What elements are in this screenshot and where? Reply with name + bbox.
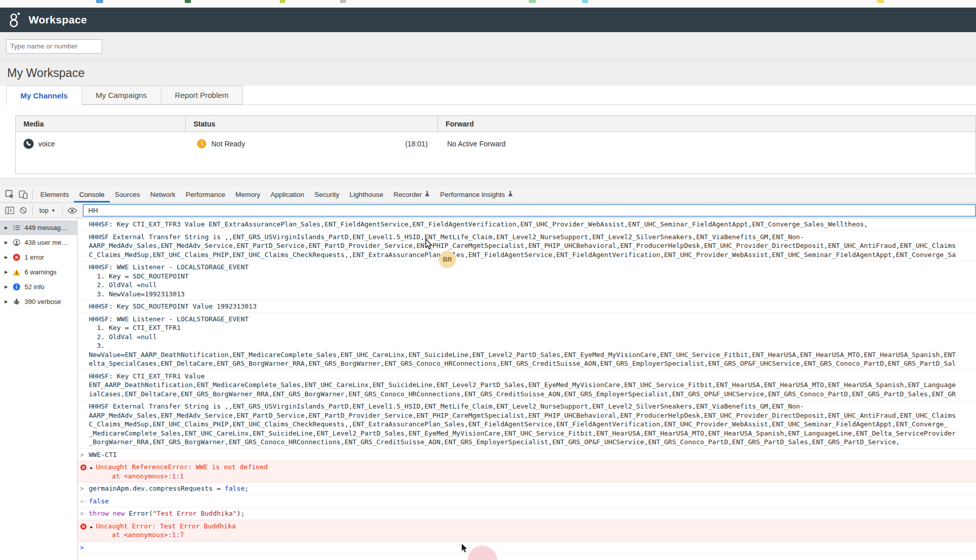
expand-triangle-icon[interactable]: ▶ xyxy=(90,464,93,473)
console-line: HHHSF External Transfer String is ,,ENT_… xyxy=(89,233,974,242)
devtools-tab-elements[interactable]: Elements xyxy=(35,186,74,202)
clear-console-icon[interactable] xyxy=(16,204,30,217)
devtools-tab-console[interactable]: Console xyxy=(74,186,110,202)
devtools-tab-application[interactable]: Application xyxy=(265,186,309,202)
console-sidebar: ▶449 messag…▶438 user me…▶1 error▶6 warn… xyxy=(0,218,78,559)
devtools-tabs: ElementsConsoleSourcesNetworkPerformance… xyxy=(35,186,518,202)
disclosure-triangle-icon[interactable]: ▶ xyxy=(5,225,9,230)
devtools-tab-sources[interactable]: Sources xyxy=(110,186,145,202)
console-message-log: HHHSF: WWE Listener - LOCALSTORAGE_EVENT… xyxy=(78,313,976,370)
experiment-flask-icon xyxy=(424,190,430,198)
page-title: My Workspace xyxy=(7,66,85,80)
console-row-gutter: ▶ xyxy=(80,463,93,473)
console-line: HHHSF External Transfer String is ,,ENT_… xyxy=(89,402,974,411)
tab-report-problem[interactable]: Report Problem xyxy=(161,86,243,105)
console-line: 2. OldVal =null xyxy=(89,333,974,342)
command-chevron-icon: > xyxy=(80,451,84,460)
mouse-cursor-secondary xyxy=(461,543,469,554)
page-title-row: My Workspace xyxy=(0,61,976,86)
column-header-forward: Forward xyxy=(438,116,975,132)
console-message-log: HHHSF: Key SDC_ROUTEPOINT Value 19923130… xyxy=(78,300,976,313)
status-label: Not Ready xyxy=(211,140,245,148)
devtools-tab-label: Memory xyxy=(235,191,260,198)
collaborator-avatar: BR xyxy=(439,251,456,268)
console-message-error[interactable]: ▶Uncaught Error: Test Error Buddhika at … xyxy=(78,520,976,542)
chevron-down-icon: ▼ xyxy=(51,208,56,213)
devtools-tab-security[interactable]: Security xyxy=(309,186,345,202)
expand-triangle-icon[interactable]: ▶ xyxy=(90,523,93,532)
devtools-tab-label: Performance xyxy=(186,191,225,198)
experiment-flask-icon xyxy=(507,190,513,198)
console-line: 3. NewValue=1992313013 xyxy=(89,290,974,299)
browser-tab-fragment xyxy=(185,0,191,3)
channel-row-voice[interactable]: voice Not Ready (18:01) No Active Forwar… xyxy=(16,132,975,156)
console-line: elta_SpecialCases,ENT_DeltaCare,ENT_GRS_… xyxy=(89,359,974,368)
browser-tab-fragment xyxy=(96,0,103,3)
console-filter-6-warnings[interactable]: ▶6 warnings xyxy=(0,265,77,279)
inspect-element-icon[interactable] xyxy=(3,188,16,201)
mouse-cursor xyxy=(425,239,433,250)
devtools-tabbar: ElementsConsoleSourcesNetworkPerformance… xyxy=(0,186,976,203)
console-filter-390-verbose[interactable]: ▶390 verbose xyxy=(0,294,77,309)
devtools-tab-network[interactable]: Network xyxy=(145,186,181,202)
console-message-log: HHHSF: Key CTI_EXT_TFR1 ValueENT_AARP_De… xyxy=(78,370,976,401)
disclosure-triangle-icon[interactable]: ▶ xyxy=(5,270,9,274)
disclosure-triangle-icon[interactable]: ▶ xyxy=(5,255,9,260)
console-line: AARP_MedAdv_Sales,ENT_MedAdv_Service,ENT… xyxy=(89,241,974,250)
search-input[interactable] xyxy=(7,42,104,50)
bug-icon xyxy=(13,298,21,306)
devtools-tab-label: Sources xyxy=(115,191,140,198)
devtools-tab-label: Performance insights xyxy=(440,191,505,198)
console-message-error[interactable]: ▶Uncaught ReferenceError: WWE is not def… xyxy=(78,461,976,482)
console-row-gutter: > xyxy=(80,544,84,553)
browser-tab-fragment xyxy=(340,0,346,3)
devtools-tab-recorder[interactable]: Recorder xyxy=(388,186,435,202)
console-row-gutter: > xyxy=(80,451,84,460)
devtools-tab-memory[interactable]: Memory xyxy=(230,186,265,202)
tab-my-channels[interactable]: My Channels xyxy=(6,86,82,106)
console-line: C_Claims_MedSup,ENT_UHC_Claims_PHIP,ENT_… xyxy=(89,420,974,429)
disclosure-triangle-icon[interactable]: ▶ xyxy=(5,285,9,289)
device-toolbar-icon[interactable] xyxy=(16,188,30,201)
disclosure-triangle-icon[interactable]: ▶ xyxy=(5,240,9,245)
disclosure-triangle-icon[interactable]: ▶ xyxy=(5,299,9,304)
toolbar-divider xyxy=(32,189,33,199)
console-filter-449-messag[interactable]: ▶449 messag… xyxy=(0,220,77,235)
console-line: 1. Key = SDC_ROUTEPOINT xyxy=(89,272,974,281)
devtools-tab-label: Application xyxy=(271,191,304,198)
console-line: HHHSF: Key CTI_EXT_TFR3 Value ENT_ExtraA… xyxy=(89,220,974,229)
list-icon xyxy=(13,224,21,232)
context-label: top xyxy=(39,207,48,214)
console-line: C_Claims_MedSup,ENT_UHC_Claims_PHIP,ENT_… xyxy=(89,250,974,260)
console-row-gutter: <· xyxy=(80,497,87,506)
not-ready-clock-icon xyxy=(197,139,206,148)
console-filter-label: 1 error xyxy=(25,253,44,261)
console-line: HHHSF: WWE Listener - LOCALSTORAGE_EVENT xyxy=(89,263,974,272)
console-sidebar-toggle-icon[interactable] xyxy=(3,204,16,217)
console-message-log: HHHSF: Key CTI_EXT_TFR3 Value ENT_ExtraA… xyxy=(78,218,976,231)
console-filter-52-info[interactable]: ▶52 info xyxy=(0,279,77,294)
javascript-context-dropdown[interactable]: top ▼ xyxy=(35,207,60,214)
console-row-gutter: ▶ xyxy=(80,522,93,532)
forward-label: No Active Forward xyxy=(447,140,505,148)
devtools-tab-performance-insights[interactable]: Performance insights xyxy=(435,186,518,202)
console-filter-1-error[interactable]: ▶1 error xyxy=(0,250,77,265)
app-header: Workspace xyxy=(0,8,976,32)
console-filter-input[interactable] xyxy=(83,204,976,217)
status-timer: (18:01) xyxy=(405,140,428,148)
command-chevron-icon: > xyxy=(80,485,84,494)
search-box xyxy=(6,39,102,54)
browser-tab-fragment xyxy=(529,0,536,3)
info-icon xyxy=(13,283,21,291)
console-filter-438-user-me[interactable]: ▶438 user me… xyxy=(0,235,77,250)
console-message-prompt[interactable]: > xyxy=(78,542,976,554)
media-label: voice xyxy=(38,140,55,148)
console-line: 1. Key = CTI_EXT_TFR1 xyxy=(89,323,974,333)
devtools-tab-lighthouse[interactable]: Lighthouse xyxy=(345,186,388,202)
console-line: _BorgWarner_RRA,ENT_GRS_BorgWarner,ENT_G… xyxy=(89,438,974,447)
live-expression-eye-icon[interactable] xyxy=(65,204,79,217)
error-icon xyxy=(13,253,21,262)
tab-my-campaigns[interactable]: My Campaigns xyxy=(82,86,161,105)
devtools-tab-performance[interactable]: Performance xyxy=(181,186,230,202)
channels-table: Media Status Forward voice Not Ready (18… xyxy=(15,115,976,174)
